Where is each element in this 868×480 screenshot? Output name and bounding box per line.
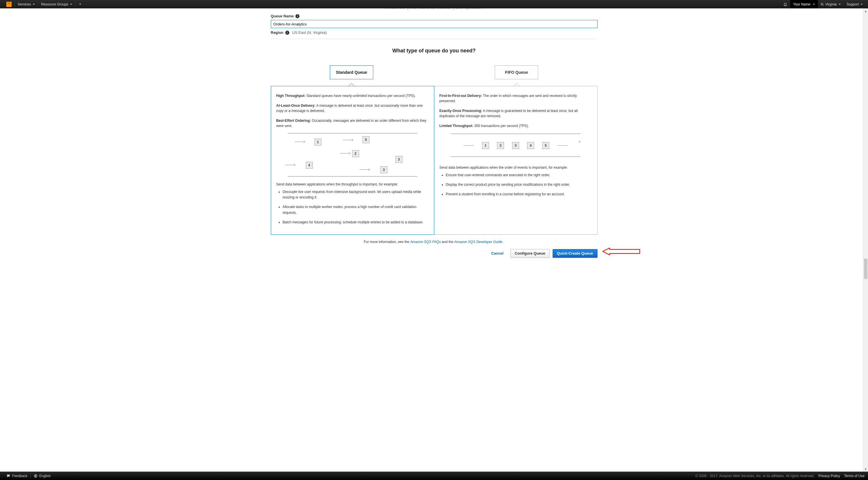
caret-down-icon — [813, 4, 815, 5]
diagram-box: 1 — [314, 138, 321, 146]
feedback-button[interactable]: Feedback — [3, 472, 30, 480]
annotation-arrow — [603, 248, 640, 256]
diagram-box: 1 — [482, 142, 489, 149]
nav-notifications[interactable] — [780, 0, 790, 8]
copyright-text: © 2008 - 2017, Amazon Web Services, Inc.… — [695, 474, 814, 478]
arrow-icon — [464, 145, 474, 146]
content: What do you want to name your queue? Que… — [269, 8, 600, 258]
queue-name-input[interactable] — [271, 20, 597, 28]
section-title-queue-type: What type of queue do you need? — [271, 48, 597, 54]
standard-queue-button[interactable]: Standard Queue — [330, 65, 373, 79]
nav-resource-groups-label: Resource Groups — [41, 2, 68, 6]
nav-services-label: Services — [18, 2, 31, 6]
caret-down-icon — [33, 4, 35, 5]
region-row: Region i US East (N. Virginia) — [271, 30, 597, 35]
nav-resource-groups[interactable]: Resource Groups — [38, 0, 75, 8]
diagram-box: 2 — [497, 142, 504, 149]
nav-left: Services Resource Groups — [3, 0, 85, 8]
configure-queue-button[interactable]: Configure Queue — [510, 249, 550, 258]
caret-down-icon — [838, 4, 841, 5]
arrow-icon — [343, 140, 353, 140]
list-item: Display the correct product price by sen… — [446, 182, 592, 188]
queue-type-panels: High Throughput: Standard queues have ne… — [271, 89, 597, 235]
diagram-box: 3 — [380, 166, 388, 173]
more-info: For more information, see the Amazon SQS… — [271, 240, 597, 244]
list-item: Decouple live user requests from intensi… — [283, 189, 429, 200]
button-row: Cancel Configure Queue Quick-Create Queu… — [271, 249, 597, 258]
nav-support-label: Support — [846, 2, 859, 6]
diagram-box: 4 — [527, 142, 534, 149]
nav-services[interactable]: Services — [15, 0, 38, 8]
privacy-link[interactable]: Privacy Policy — [818, 474, 840, 478]
arrow-icon — [340, 153, 350, 154]
nav-region[interactable]: N. Virginia — [818, 0, 844, 8]
nav-support[interactable]: Support — [844, 0, 866, 8]
diagram-box: 4 — [306, 162, 313, 169]
diagram-box: 2 — [352, 150, 359, 157]
sqs-faqs-link[interactable]: Amazon SQS FAQs — [410, 240, 441, 244]
diagram-box: 5 — [542, 142, 549, 149]
region-value: US East (N. Virginia) — [292, 30, 327, 35]
aws-logo[interactable] — [3, 0, 14, 8]
cut-heading: What do you want to name your queue? — [271, 8, 597, 10]
queue-name-field: Queue Name i — [271, 14, 597, 28]
scroll-down-icon[interactable]: ▼ — [864, 467, 867, 471]
fifo-queue-button[interactable]: FIFO Queue — [495, 65, 538, 79]
arrow-icon — [360, 169, 370, 170]
fifo-lead: Send data between applications when the … — [439, 165, 592, 170]
svg-marker-3 — [603, 248, 640, 255]
list-item: Prevent a student from enrolling in a co… — [446, 192, 592, 197]
vertical-scrollbar[interactable]: ▲ ▼ — [863, 8, 868, 472]
quick-create-queue-button[interactable]: Quick-Create Queue — [553, 249, 597, 258]
scroll-thumb[interactable] — [864, 259, 867, 279]
diagram-box: 3 — [396, 156, 402, 163]
info-icon[interactable]: i — [296, 14, 300, 18]
top-nav: Services Resource Groups Your Name N. Vi… — [0, 0, 868, 8]
diagram-box: 5 — [363, 136, 370, 143]
info-icon[interactable]: i — [285, 31, 289, 35]
language-label: English — [39, 474, 51, 478]
nav-user-menu[interactable]: Your Name — [790, 0, 818, 8]
fifo-queue-panel: First-In-First-out Delivery: The order i… — [434, 86, 597, 235]
arrow-icon — [557, 145, 568, 146]
arrow-icon — [285, 165, 296, 165]
caret-down-icon — [70, 4, 72, 5]
feedback-label: Feedback — [12, 474, 28, 478]
fifo-diagram: 1 2 3 4 5 — [451, 134, 580, 157]
bottom-bar: Feedback English © 2008 - 2017, Amazon W… — [0, 472, 868, 480]
cancel-button[interactable]: Cancel — [487, 249, 507, 258]
scroll-up-icon[interactable]: ▲ — [864, 9, 867, 13]
nav-right: Your Name N. Virginia Support — [780, 0, 866, 8]
language-button[interactable]: English — [31, 472, 54, 480]
list-item: Ensure that user-entered commands are ex… — [446, 172, 592, 178]
diagram-box: 3 — [512, 142, 519, 149]
nav-pin[interactable] — [75, 0, 85, 8]
list-item: Allocate tasks to multiple worker nodes:… — [283, 204, 429, 215]
caret-down-icon — [861, 4, 863, 5]
standard-diagram: 1 5 2 3 4 3 — [288, 133, 417, 177]
list-item: Batch messages for future processing: sc… — [283, 220, 429, 225]
nav-region-label: N. Virginia — [821, 2, 837, 6]
standard-lead: Send data between applications when the … — [276, 182, 429, 187]
queue-type-buttons: Standard Queue FIFO Queue — [271, 59, 597, 89]
sqs-dev-guide-link[interactable]: Amazon SQS Developer Guide — [454, 240, 502, 244]
region-label: Region — [271, 30, 283, 35]
arrow-icon — [295, 141, 305, 142]
terms-link[interactable]: Terms of Use — [844, 474, 865, 478]
main-scroll-area[interactable]: What do you want to name your queue? Que… — [0, 8, 868, 472]
standard-queue-panel: High Throughput: Standard queues have ne… — [271, 86, 434, 235]
nav-user-label: Your Name — [793, 2, 810, 6]
queue-name-label: Queue Name — [271, 14, 294, 18]
